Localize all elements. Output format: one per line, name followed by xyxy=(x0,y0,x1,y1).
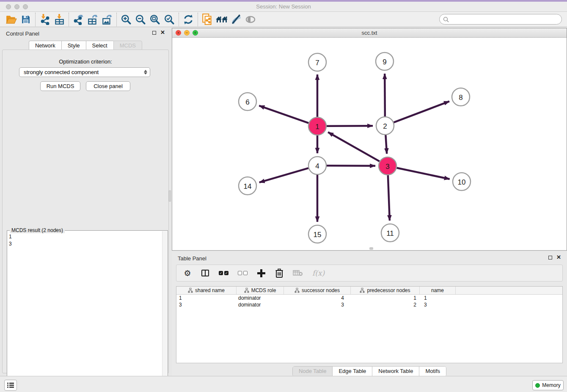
zoom-in-button[interactable] xyxy=(119,13,133,26)
export-image-button[interactable] xyxy=(100,13,114,26)
show-hide-bird-view-button[interactable] xyxy=(243,13,258,26)
toolbar-separator xyxy=(69,13,69,26)
import-network-icon xyxy=(39,14,50,25)
task-history-button[interactable] xyxy=(4,380,17,391)
delete-column-button[interactable] xyxy=(275,268,284,278)
graph-edge-3-1[interactable] xyxy=(328,132,380,161)
checked-box-icon: ✓ xyxy=(224,271,228,275)
column-header-mcds-role[interactable]: MCDS role xyxy=(237,287,284,294)
result-scrollbar[interactable] xyxy=(162,231,167,391)
column-label: name xyxy=(431,287,444,293)
table-panel: Table Panel ✕ ⚙ ✓✓ f(x) shared name MCDS… xyxy=(172,252,567,376)
export-network-icon xyxy=(73,14,84,25)
tab-edge-table[interactable]: Edge Table xyxy=(333,367,372,376)
graph-edge-4-3[interactable] xyxy=(327,166,375,166)
graph-edge-3-10[interactable] xyxy=(397,168,450,179)
open-session-button[interactable] xyxy=(4,13,19,26)
close-panel-button[interactable]: Close panel xyxy=(86,81,130,91)
cell-name[interactable]: 1 xyxy=(420,295,456,301)
graph-edge-2-3[interactable] xyxy=(385,135,387,154)
main-toolbar xyxy=(0,12,567,27)
search-input[interactable] xyxy=(451,15,561,24)
table-row[interactable]: 3 dominator 3 2 3 xyxy=(176,301,562,308)
graph-node-label-15: 15 xyxy=(314,231,322,239)
panel-splitter-handle[interactable] xyxy=(169,190,171,202)
delete-table-icon xyxy=(293,269,303,277)
select-updown-icon xyxy=(144,70,147,75)
tab-node-table[interactable]: Node Table xyxy=(293,367,333,376)
graph-edge-3-11[interactable] xyxy=(388,175,390,221)
graph-node-label-3: 3 xyxy=(385,163,389,171)
toolbar-separator xyxy=(198,13,198,26)
export-image-icon xyxy=(102,14,113,25)
network-canvas[interactable]: 7968124314101511 xyxy=(172,38,567,250)
cell-mcds-role[interactable]: dominator xyxy=(237,301,284,308)
show-hide-graphics-details-button[interactable] xyxy=(229,13,243,26)
cell-predecessor-nodes[interactable]: 1 xyxy=(351,295,420,301)
graph-edge-2-8[interactable] xyxy=(394,101,449,122)
zoom-selected-button[interactable] xyxy=(162,13,176,26)
export-network-button[interactable] xyxy=(71,13,85,26)
cell-predecessor-nodes[interactable]: 2 xyxy=(351,301,420,308)
zoom-out-button[interactable] xyxy=(133,13,148,26)
optimization-criterion-label: Optimization criterion: xyxy=(3,58,168,65)
cell-successor-nodes[interactable]: 3 xyxy=(284,301,351,308)
plus-icon xyxy=(257,269,266,278)
cell-mcds-role[interactable]: dominator xyxy=(237,295,284,301)
apply-layout-button[interactable] xyxy=(181,13,195,26)
tab-motifs[interactable]: Motifs xyxy=(419,367,446,376)
import-table-button[interactable] xyxy=(52,13,66,26)
toolbar-separator xyxy=(116,13,117,26)
float-panel-icon[interactable] xyxy=(152,31,156,35)
table-settings-gear-icon[interactable]: ⚙ xyxy=(183,269,192,277)
graph-edge-1-6[interactable] xyxy=(259,106,308,123)
column-header-predecessor-nodes[interactable]: predecessor nodes xyxy=(351,287,420,294)
show-columns-button[interactable] xyxy=(201,270,209,276)
close-panel-icon[interactable]: ✕ xyxy=(556,255,561,259)
export-table-button[interactable] xyxy=(85,13,100,26)
graph-node-label-10: 10 xyxy=(458,178,466,186)
criterion-select[interactable]: strongly connected component xyxy=(19,67,150,77)
graph-node-label-11: 11 xyxy=(386,229,394,237)
column-header-shared-name[interactable]: shared name xyxy=(176,287,237,294)
window-title: Session: New Session xyxy=(0,3,567,10)
copy-network-button[interactable] xyxy=(200,13,215,26)
home-networks-button[interactable] xyxy=(215,13,229,26)
graph-edge-1-2[interactable] xyxy=(327,126,373,126)
cell-name[interactable]: 3 xyxy=(420,301,456,308)
graph-node-label-8: 8 xyxy=(459,94,462,102)
graph-edge-4-14[interactable] xyxy=(259,168,308,182)
table-row[interactable]: 1 dominator 4 1 1 xyxy=(176,295,562,301)
select-all-button[interactable]: ✓✓ xyxy=(219,271,228,275)
cell-shared-name[interactable]: 1 xyxy=(176,295,237,301)
search-field-container xyxy=(439,14,562,25)
run-mcds-button[interactable]: Run MCDS xyxy=(40,81,80,91)
add-column-button[interactable] xyxy=(257,269,266,278)
canvas-scroll-thumb[interactable] xyxy=(369,247,373,250)
mcds-panel-body: Optimization criterion: strongly connect… xyxy=(2,50,169,373)
zoom-fit-button[interactable] xyxy=(148,13,162,26)
import-network-button[interactable] xyxy=(38,13,52,26)
network-window-titlebar[interactable]: × − + scc.txt xyxy=(172,28,567,38)
float-panel-icon[interactable] xyxy=(548,256,552,259)
column-header-name[interactable]: name xyxy=(420,287,456,294)
network-graph[interactable]: 7968124314101511 xyxy=(172,38,567,250)
attribute-icon xyxy=(295,288,300,293)
houses-icon xyxy=(215,14,228,25)
zoom-selected-icon xyxy=(164,14,175,25)
trash-icon xyxy=(275,268,284,278)
save-session-button[interactable] xyxy=(19,13,33,26)
checked-box-icon: ✓ xyxy=(219,271,223,275)
column-header-successor-nodes[interactable]: successor nodes xyxy=(284,287,351,294)
memory-button[interactable]: Memory xyxy=(532,380,564,390)
cell-shared-name[interactable]: 3 xyxy=(176,301,237,308)
unchecked-box-icon xyxy=(238,271,242,275)
unselect-all-button[interactable] xyxy=(238,271,248,275)
attribute-icon xyxy=(244,288,249,293)
close-panel-icon[interactable]: ✕ xyxy=(160,30,165,35)
column-label: successor nodes xyxy=(302,287,340,293)
graph-edge-2-9[interactable] xyxy=(385,74,385,116)
cell-successor-nodes[interactable]: 4 xyxy=(284,295,351,301)
tab-network-table[interactable]: Network Table xyxy=(372,367,419,376)
refresh-icon xyxy=(183,14,194,25)
